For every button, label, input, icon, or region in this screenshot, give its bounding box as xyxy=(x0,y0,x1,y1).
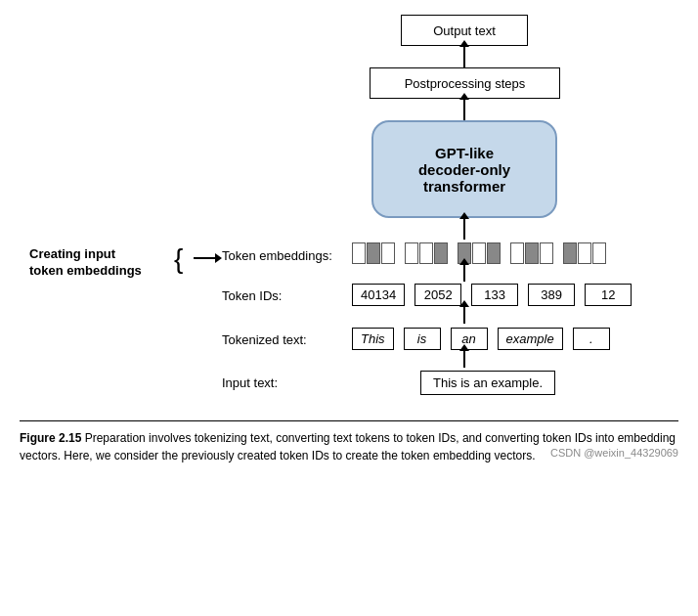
embed-group-5 xyxy=(563,242,606,264)
gpt-label: GPT-likedecoder-onlytransformer xyxy=(418,145,510,195)
brace-icon: { xyxy=(174,245,183,273)
gpt-box: GPT-likedecoder-onlytransformer xyxy=(371,120,557,218)
input-text-box: This is an example. xyxy=(420,371,555,395)
embed-group-4 xyxy=(510,242,553,264)
token-3: example xyxy=(498,328,563,350)
embed-group-2 xyxy=(405,242,448,264)
input-text-value: This is an example. xyxy=(433,375,543,390)
token-id-3: 389 xyxy=(528,284,575,306)
input-text-label: Input text: xyxy=(222,375,278,390)
token-id-2: 133 xyxy=(471,284,518,306)
arrow-embeddings-to-gpt xyxy=(463,218,465,240)
token-ids-row: 40134 2052 133 389 12 xyxy=(352,284,632,306)
output-text-label: Output text xyxy=(433,23,496,38)
embed-group-1 xyxy=(352,242,395,264)
figure-label: Figure 2.15 xyxy=(20,431,81,445)
token-id-4: 12 xyxy=(585,284,632,306)
token-id-0: 40134 xyxy=(352,284,405,306)
token-id-1: 2052 xyxy=(414,284,461,306)
caption: Figure 2.15 Preparation involves tokeniz… xyxy=(20,420,678,464)
token-embeddings-row xyxy=(352,242,606,264)
brace-right-arrow xyxy=(194,253,222,263)
creating-label: Creating inputtoken embeddings xyxy=(29,246,166,280)
arrow-ids-to-embeddings xyxy=(463,264,465,282)
token-1: is xyxy=(404,328,441,350)
arrow-input-to-tokenized xyxy=(463,350,465,368)
token-ids-label: Token IDs: xyxy=(222,288,282,303)
diagram: Output text Postprocessing steps GPT-lik… xyxy=(20,10,678,528)
postprocessing-label: Postprocessing steps xyxy=(405,76,526,91)
token-4: . xyxy=(573,328,610,350)
arrow-gpt-to-postprocessing xyxy=(463,99,465,120)
token-0: This xyxy=(352,328,394,350)
arrow-postprocessing-to-output xyxy=(463,46,465,67)
arrow-tokenized-to-ids xyxy=(463,306,465,324)
tokenized-text-label: Tokenized text: xyxy=(222,332,307,347)
tokenized-row: This is an example . xyxy=(352,328,610,350)
watermark: CSDN @weixin_44329069 xyxy=(550,445,678,462)
token-embeddings-label: Token embeddings: xyxy=(222,248,332,263)
